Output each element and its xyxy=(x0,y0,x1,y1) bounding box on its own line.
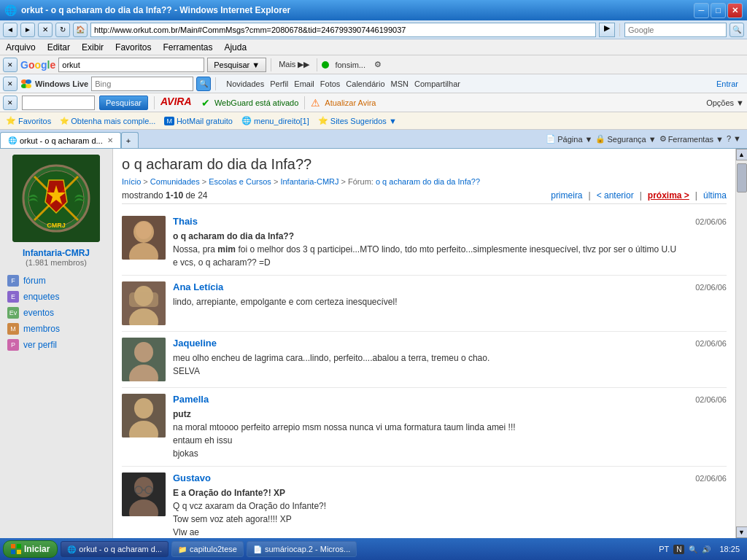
sidebar-item-perfil[interactable]: P ver perfil xyxy=(6,337,107,353)
community-name[interactable]: Infantaria-CMRJ xyxy=(6,248,107,258)
avatar-4[interactable] xyxy=(122,472,166,516)
avatar-2[interactable] xyxy=(122,338,166,381)
menu-ferramentas[interactable]: Ferramentas xyxy=(163,42,212,52)
post-content-1: Ana Letícia 02/06/06 lindo, arrepiante, … xyxy=(173,281,727,325)
sidebar-item-forum[interactable]: F fórum xyxy=(6,273,107,289)
minimize-button[interactable]: ─ xyxy=(694,3,709,18)
fav-item-sites[interactable]: ⭐ Sites Sugeridos ▼ xyxy=(315,116,400,125)
post-author-2[interactable]: Jaqueline xyxy=(173,338,217,349)
search-go-button[interactable]: 🔍 xyxy=(729,23,744,37)
home-button[interactable]: 🏠 xyxy=(73,23,88,37)
google-settings[interactable]: ⚙ xyxy=(371,60,384,69)
fav-item-1[interactable]: ⭐ Obtenha mais comple... xyxy=(57,117,158,125)
toolbar-close-google[interactable]: ✕ xyxy=(3,58,18,72)
breadcrumb-escolas[interactable]: Escolas e Cursos xyxy=(209,177,271,186)
scroll-down-button[interactable]: ▼ xyxy=(736,526,748,538)
google-mais[interactable]: Mais ▶▶ xyxy=(276,60,312,69)
svg-text:AVIRA: AVIRA xyxy=(160,96,192,107)
menu-exibir[interactable]: Exibir xyxy=(82,42,104,52)
fav-item-hotmail[interactable]: M HotMail gratuito xyxy=(161,117,236,125)
maximize-button[interactable]: □ xyxy=(711,3,726,18)
taskbar-item-capitulo[interactable]: 📁 capitulo2tese xyxy=(171,541,244,557)
breadcrumb-comunidades[interactable]: Comunidades xyxy=(150,177,200,186)
wl-toolbar: ✕ Windows Live 🔍 Novidades Perfil Email … xyxy=(0,74,747,93)
wl-perfil[interactable]: Perfil xyxy=(270,79,288,88)
fav-item-menu[interactable]: 🌐 menu_direito[1] xyxy=(239,116,312,125)
wl-novidades[interactable]: Novidades xyxy=(226,79,264,88)
breadcrumb-topic[interactable]: o q acharam do dia da Infa?? xyxy=(376,177,480,186)
avatar-0[interactable] xyxy=(122,216,166,260)
sidebar-item-enquetes[interactable]: E enquetes xyxy=(6,289,107,305)
refresh-button[interactable]: ↻ xyxy=(55,23,70,37)
start-button[interactable]: Iniciar xyxy=(3,540,58,558)
eventos-icon: Ev xyxy=(7,307,19,319)
menu-editar[interactable]: Editar xyxy=(47,42,70,52)
forward-button[interactable]: ► xyxy=(20,23,35,37)
scroll-up-button[interactable]: ▲ xyxy=(736,149,748,160)
svg-rect-34 xyxy=(11,550,15,554)
page-last[interactable]: última xyxy=(703,190,727,201)
wl-msn[interactable]: MSN xyxy=(391,79,409,88)
bing-search-button[interactable]: 🔍 xyxy=(196,77,211,91)
page-nav-btn[interactable]: 📄 Página ▼ xyxy=(546,134,592,144)
taskbar-item-sumario[interactable]: 📄 sumáriocap.2 - Micros... xyxy=(247,541,357,557)
google-user[interactable]: fonsim... xyxy=(332,61,368,69)
avira-search-input[interactable] xyxy=(22,96,95,110)
sidebar-item-membros[interactable]: M membros xyxy=(6,321,107,337)
sidebar-item-eventos[interactable]: Ev eventos xyxy=(6,305,107,321)
post-content-4: Gustavo 02/06/06 E a Oração do Infante?!… xyxy=(173,472,727,538)
scrollbar[interactable]: ▲ ▼ xyxy=(735,149,747,538)
tab-new[interactable]: + xyxy=(121,132,139,148)
avatar-3[interactable] xyxy=(122,394,166,438)
bing-search-input[interactable] xyxy=(91,77,193,91)
security-nav-btn[interactable]: 🔒 Segurança ▼ xyxy=(595,134,656,144)
page-first[interactable]: primeira xyxy=(551,190,582,201)
star-icon: ⭐ xyxy=(6,116,16,125)
tools-nav-btn[interactable]: ⚙ Ferramentas ▼ xyxy=(659,134,724,144)
toolbar-close-wl[interactable]: ✕ xyxy=(3,77,18,91)
wl-signin-button[interactable]: Entrar xyxy=(716,79,738,88)
breadcrumb-infantaria[interactable]: Infantaria-CMRJ xyxy=(280,177,338,186)
lock-icon: 🔒 xyxy=(595,134,605,144)
page-prev[interactable]: < anterior xyxy=(597,190,634,201)
google-search-button[interactable]: Pesquisar ▼ xyxy=(207,58,266,72)
tab-orkut[interactable]: 🌐 orkut - o q acharam d... ✕ xyxy=(0,132,121,148)
avira-search-button[interactable]: Pesquisar xyxy=(99,96,148,110)
menu-ajuda[interactable]: Ajuda xyxy=(224,42,247,52)
post-3: Pamella 02/06/06 putz na moral mtoooo pe… xyxy=(122,388,727,467)
pagination-top: mostrando 1-10 de 24 primeira | < anteri… xyxy=(122,190,727,204)
avira-options-button[interactable]: Opções ▼ xyxy=(706,98,744,107)
taskbar-item-orkut[interactable]: 🌐 orkut - o q acharam d... xyxy=(61,541,169,557)
post-1: Ana Letícia 02/06/06 lindo, arrepiante, … xyxy=(122,276,727,332)
post-author-3[interactable]: Pamella xyxy=(173,394,209,405)
stop-button[interactable]: ✕ xyxy=(38,23,53,37)
close-button[interactable]: ✕ xyxy=(727,3,743,18)
menu-arquivo[interactable]: Arquivo xyxy=(6,42,36,52)
post-author-1[interactable]: Ana Letícia xyxy=(173,281,223,292)
tab-close-icon[interactable]: ✕ xyxy=(107,136,113,144)
search-input[interactable] xyxy=(624,23,727,37)
post-author-4[interactable]: Gustavo xyxy=(173,472,211,483)
wl-email[interactable]: Email xyxy=(294,79,314,88)
fav-item-0[interactable]: ⭐ Favoritos xyxy=(3,116,54,125)
svg-point-24 xyxy=(134,398,153,419)
avira-update[interactable]: Atualizar Avira xyxy=(325,98,376,107)
help-nav-btn[interactable]: ? ▼ xyxy=(727,134,741,144)
address-input[interactable] xyxy=(90,23,596,37)
avatar-1[interactable] xyxy=(122,281,166,325)
avira-check-icon: ✔ xyxy=(201,97,210,109)
menu-favoritos[interactable]: Favoritos xyxy=(115,42,151,52)
post-date-3: 02/06/06 xyxy=(695,395,727,404)
wl-fotos[interactable]: Fotos xyxy=(320,79,341,88)
back-button[interactable]: ◄ xyxy=(3,23,18,37)
wl-compartilhar[interactable]: Compartilhar xyxy=(414,79,460,88)
google-search-input[interactable] xyxy=(58,58,204,72)
scroll-thumb[interactable] xyxy=(737,163,747,192)
wl-calendario[interactable]: Calendário xyxy=(346,79,384,88)
post-author-0[interactable]: Thais xyxy=(173,216,198,227)
breadcrumb-inicio[interactable]: Início xyxy=(122,177,141,186)
toolbar-close-avira[interactable]: ✕ xyxy=(3,96,18,110)
post-date-2: 02/06/06 xyxy=(695,339,727,348)
go-button[interactable]: ▶ xyxy=(599,23,615,37)
page-next[interactable]: próxima > xyxy=(648,190,689,201)
